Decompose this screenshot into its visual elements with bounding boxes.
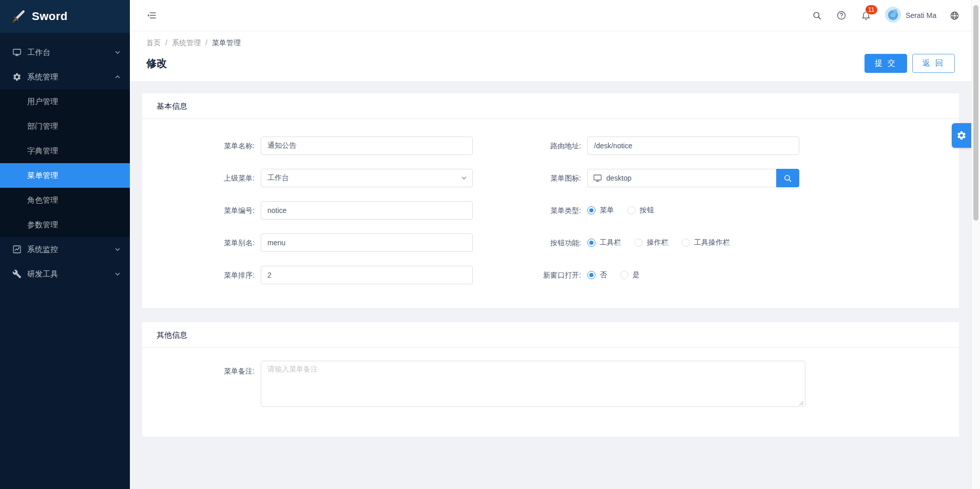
radio-option-label: 工具栏 xyxy=(600,238,621,247)
sidebar-subitem-param[interactable]: 参数管理 xyxy=(0,212,130,237)
basic-info-card: 基本信息 菜单名称: 路由地址: 上级菜单: xyxy=(142,93,959,308)
chevron-down-icon xyxy=(461,175,467,181)
sidebar-item-label: 系统管理 xyxy=(27,72,58,82)
user-name[interactable]: Serati Ma xyxy=(906,11,936,19)
main-area: 11 Serati Ma xyxy=(130,0,971,489)
wrench-icon xyxy=(12,269,22,279)
topbar-right: 11 Serati Ma xyxy=(799,7,961,24)
theme-settings-button[interactable] xyxy=(952,123,971,148)
menu-icon-input[interactable] xyxy=(587,169,776,187)
chevron-up-icon xyxy=(114,74,121,80)
menu-name-input[interactable] xyxy=(261,136,473,155)
menu-icon-label: 菜单图标: xyxy=(473,169,587,187)
other-info-card: 其他信息 菜单备注: xyxy=(142,322,959,437)
sidebar-subitem-dept[interactable]: 部门管理 xyxy=(0,114,130,139)
content: 基本信息 菜单名称: 路由地址: 上级菜单: xyxy=(130,81,971,463)
sidebar-item-label: 工作台 xyxy=(27,48,50,57)
search-icon xyxy=(812,11,822,21)
button-function-label: 按钮功能: xyxy=(473,233,587,252)
sidebar-collapse-button[interactable] xyxy=(145,9,159,22)
menu-remark-textarea[interactable] xyxy=(261,361,805,407)
radio-option-toolbar[interactable]: 工具栏 xyxy=(587,238,621,247)
search-icon xyxy=(783,174,792,183)
sword-logo-icon xyxy=(11,9,26,24)
sidebar-item-workbench[interactable]: 工作台 xyxy=(0,40,130,65)
radio-option-button[interactable]: 按钮 xyxy=(627,206,654,215)
sidebar: Sword 工作台 系统管理 用户管理 部门管理 字典管理 xyxy=(0,0,130,489)
route-path-label: 路由地址: xyxy=(473,136,587,155)
sidebar-item-monitor[interactable]: 系统监控 xyxy=(0,237,130,262)
breadcrumb-separator: / xyxy=(165,38,167,47)
icon-search-button[interactable] xyxy=(776,169,799,187)
gear-icon xyxy=(12,72,22,82)
scrollbar-thumb[interactable] xyxy=(973,5,978,221)
radio-option-label: 工具操作栏 xyxy=(694,238,730,247)
menu-name-label: 菜单名称: xyxy=(142,136,261,155)
new-window-radio-group: 否 是 xyxy=(587,266,799,284)
menu-code-input[interactable] xyxy=(261,201,473,220)
globe-icon xyxy=(950,11,959,21)
breadcrumb-separator: / xyxy=(205,38,207,47)
sidebar-subitem-dict[interactable]: 字典管理 xyxy=(0,139,130,163)
menu-alias-input[interactable] xyxy=(261,233,473,252)
chart-icon xyxy=(12,245,22,254)
card-title-other: 其他信息 xyxy=(142,322,959,348)
radio-unchecked-icon xyxy=(620,271,628,279)
help-button[interactable] xyxy=(835,9,848,22)
radio-checked-icon xyxy=(587,271,595,279)
radio-option-label: 操作栏 xyxy=(647,238,668,247)
page-scrollbar[interactable] xyxy=(971,0,980,489)
menu-remark-label: 菜单备注: xyxy=(142,361,261,408)
search-button[interactable] xyxy=(810,9,823,22)
menu-fold-icon xyxy=(147,10,157,21)
radio-option-label: 否 xyxy=(600,270,607,280)
notifications-button[interactable]: 11 xyxy=(859,9,873,22)
menu-type-label: 菜单类型: xyxy=(473,201,587,220)
sidebar-item-label: 系统监控 xyxy=(27,245,58,255)
parent-menu-label: 上级菜单: xyxy=(142,169,261,187)
monitor-icon xyxy=(12,48,22,57)
avatar[interactable] xyxy=(885,7,901,24)
radio-option-actionbar[interactable]: 操作栏 xyxy=(635,238,668,247)
sidebar-item-devtools[interactable]: 研发工具 xyxy=(0,262,130,286)
radio-unchecked-icon xyxy=(635,239,643,247)
radio-unchecked-icon xyxy=(627,206,636,214)
sidebar-subitem-menu[interactable]: 菜单管理 xyxy=(0,163,130,188)
radio-checked-icon xyxy=(587,206,595,214)
radio-option-label: 是 xyxy=(632,270,640,280)
radio-option-menu[interactable]: 菜单 xyxy=(587,206,614,215)
sidebar-item-system[interactable]: 系统管理 xyxy=(0,65,130,89)
menu-code-label: 菜单编号: xyxy=(142,201,261,220)
sidebar-subitem-user[interactable]: 用户管理 xyxy=(0,89,130,114)
menu-type-radio-group: 菜单 按钮 xyxy=(587,201,799,220)
sidebar-subitem-role[interactable]: 角色管理 xyxy=(0,188,130,212)
avatar-image xyxy=(885,7,901,23)
radio-option-yes[interactable]: 是 xyxy=(620,270,640,280)
parent-menu-select[interactable]: 工作台 xyxy=(261,169,473,187)
card-title-basic: 基本信息 xyxy=(142,93,959,119)
new-window-label: 新窗口打开: xyxy=(473,266,587,284)
menu-sort-label: 菜单排序: xyxy=(142,266,261,284)
radio-option-label: 按钮 xyxy=(640,206,654,215)
locale-button[interactable] xyxy=(948,9,961,22)
notification-badge: 11 xyxy=(866,5,877,14)
chevron-down-icon xyxy=(114,246,121,252)
menu-sort-input[interactable] xyxy=(261,266,473,284)
back-button[interactable]: 返 回 xyxy=(912,54,955,73)
topbar: 11 Serati Ma xyxy=(130,0,971,31)
chevron-down-icon xyxy=(114,271,121,277)
submit-button[interactable]: 提 交 xyxy=(864,54,907,73)
desktop-icon xyxy=(593,173,602,183)
breadcrumb: 首页/系统管理/菜单管理 xyxy=(146,38,955,48)
route-path-input[interactable] xyxy=(587,136,799,155)
breadcrumb-item-current: 菜单管理 xyxy=(212,38,241,47)
breadcrumb-item-system[interactable]: 系统管理 xyxy=(172,38,201,47)
radio-option-no[interactable]: 否 xyxy=(587,270,607,280)
page-header: 首页/系统管理/菜单管理 修改 提 交 返 回 xyxy=(130,31,971,81)
breadcrumb-item-home[interactable]: 首页 xyxy=(146,38,161,47)
logo[interactable]: Sword xyxy=(0,0,130,33)
radio-option-label: 菜单 xyxy=(600,206,614,215)
menu-alias-label: 菜单别名: xyxy=(142,233,261,252)
parent-menu-selected-value: 工作台 xyxy=(267,173,289,183)
radio-option-tool-actionbar[interactable]: 工具操作栏 xyxy=(682,238,730,247)
